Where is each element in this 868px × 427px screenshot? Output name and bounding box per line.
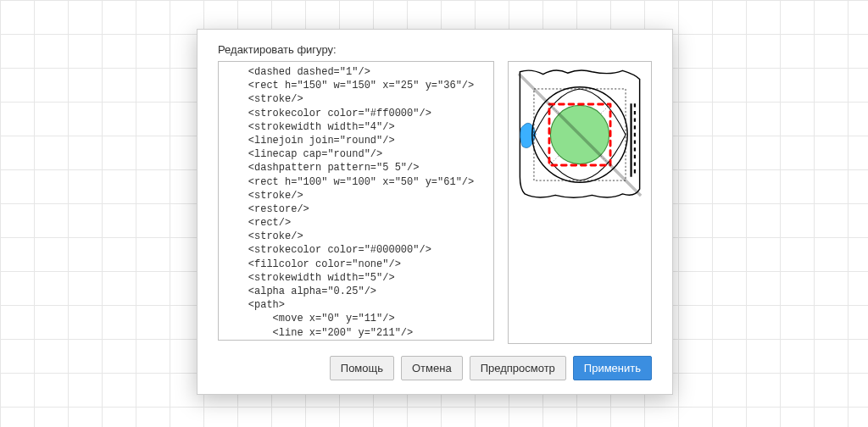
apply-button[interactable]: Применить: [573, 356, 652, 380]
shape-preview-pane: [508, 61, 652, 344]
shape-xml-editor[interactable]: <dashed dashed="1"/> <rect h="150" w="15…: [218, 61, 494, 341]
cancel-button[interactable]: Отмена: [401, 356, 463, 380]
dialog-button-row: Помощь Отмена Предпросмотр Применить: [218, 356, 652, 380]
shape-preview: [516, 67, 643, 194]
dialog-title: Редактировать фигуру:: [218, 43, 652, 56]
preview-button[interactable]: Предпросмотр: [470, 356, 566, 380]
help-button[interactable]: Помощь: [330, 356, 394, 380]
edit-shape-dialog: Редактировать фигуру: <dashed dashed="1"…: [197, 29, 673, 395]
svg-line-8: [519, 74, 641, 196]
